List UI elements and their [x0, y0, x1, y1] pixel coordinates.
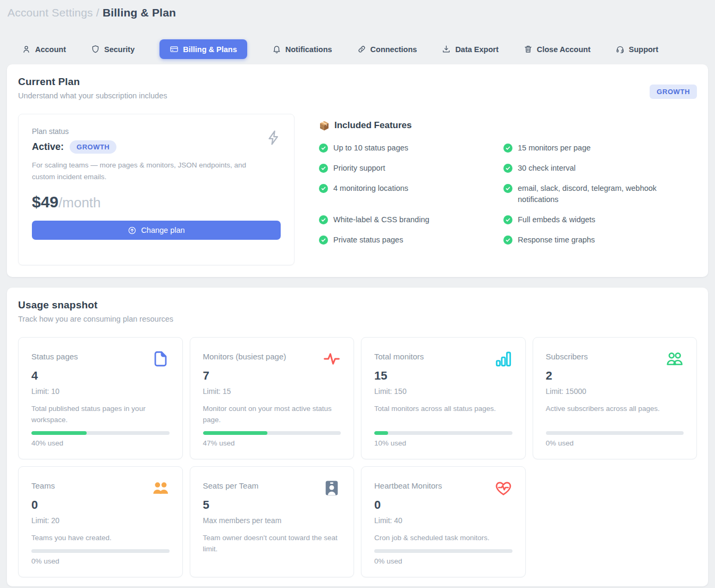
usage-card-header: Heartbeat Monitors: [374, 478, 512, 497]
shield-icon: [91, 45, 100, 54]
check-circle-icon: [503, 236, 512, 245]
users-filled-icon: [152, 479, 170, 497]
usage-card-title: Seats per Team: [203, 478, 259, 490]
download-icon: [442, 45, 451, 54]
usage-card-limit: Limit: 20: [31, 516, 170, 525]
bell-icon: [272, 45, 281, 54]
plan-status-card: Plan status Active: GROWTH For scaling t…: [18, 114, 295, 265]
feature-item: 15 monitors per page: [503, 142, 679, 154]
check-circle-icon: [319, 164, 328, 173]
usage-card-header: Monitors (busiest page): [203, 349, 341, 368]
feature-label: Up to 10 status pages: [333, 142, 408, 154]
feature-label: 30 check interval: [518, 163, 576, 174]
link-icon: [357, 45, 366, 54]
check-circle-icon: [503, 215, 512, 224]
pulse-icon: [323, 350, 341, 368]
usage-card: Status pages4Limit: 10Total published st…: [18, 337, 183, 459]
check-circle-icon: [319, 236, 328, 245]
tab-account[interactable]: Account: [22, 45, 66, 54]
check-circle-icon: [319, 215, 328, 224]
feature-item: Private status pages: [319, 234, 503, 246]
plan-price-period: /month: [58, 195, 101, 211]
usage-card: Subscribers2Limit: 15000Active subscribe…: [533, 337, 697, 459]
progress-fill: [31, 431, 87, 435]
tab-label: Account: [35, 45, 66, 54]
plan-badge: GROWTH: [650, 85, 697, 99]
usage-card-description: Active subscribers across all pages.: [546, 404, 684, 426]
usage-card-title: Status pages: [31, 349, 78, 361]
feature-label: Private status pages: [333, 234, 403, 246]
usage-card-percent: 0% used: [31, 557, 170, 565]
usage-snapshot-panel: Usage snapshot Track how you are consumi…: [7, 288, 708, 586]
user-icon: [22, 45, 31, 54]
progress-track: [203, 431, 341, 435]
usage-card-value: 0: [374, 498, 512, 512]
plan-status-label: Plan status: [32, 127, 281, 136]
users-outline-icon: [666, 350, 684, 368]
progress-track: [546, 431, 684, 435]
tab-label: Security: [104, 45, 134, 54]
heart-pulse-icon: [494, 479, 512, 497]
usage-card-limit: Limit: 15: [203, 387, 341, 396]
tab-label: Support: [629, 45, 659, 54]
tab-support[interactable]: Support: [616, 45, 659, 54]
usage-grid: Status pages4Limit: 10Total published st…: [18, 337, 697, 577]
usage-card-limit: Limit: 150: [374, 387, 512, 396]
usage-card: Total monitors15Limit: 150Total monitors…: [361, 337, 526, 459]
feature-label: email, slack, discord, telegram, webhook…: [518, 183, 665, 206]
usage-card-value: 0: [31, 498, 170, 512]
usage-card-percent: 40% used: [31, 439, 170, 447]
usage-card-description: Monitor count on your most active status…: [203, 404, 341, 426]
tab-data-export[interactable]: Data Export: [442, 45, 498, 54]
breadcrumb: Account Settings / Billing & Plan: [0, 0, 715, 19]
usage-card-title: Total monitors: [374, 349, 424, 361]
headset-icon: [616, 45, 625, 54]
current-plan-subtitle: Understand what your subscription includ…: [18, 91, 697, 100]
tab-notifications[interactable]: Notifications: [272, 45, 332, 54]
plan-columns: Plan status Active: GROWTH For scaling t…: [18, 114, 697, 265]
usage-card-title: Monitors (busiest page): [203, 349, 287, 361]
included-features-header: 📦 Included Features: [319, 120, 679, 131]
tab-label: Close Account: [537, 45, 591, 54]
usage-card-title: Heartbeat Monitors: [374, 478, 442, 490]
progress-fill: [374, 431, 388, 435]
usage-card-limit: Limit: 15000: [546, 387, 684, 396]
plan-status-badge: GROWTH: [70, 140, 116, 154]
included-features-title: Included Features: [334, 120, 411, 131]
tab-security[interactable]: Security: [91, 45, 134, 54]
feature-label: 15 monitors per page: [518, 142, 591, 154]
progress-track: [31, 431, 170, 435]
lightning-icon: [265, 127, 282, 148]
progress-track: [374, 431, 512, 435]
tab-close-account[interactable]: Close Account: [524, 45, 591, 54]
plan-status-row: Active: GROWTH: [32, 140, 281, 154]
usage-card-description: Total published status pages in your wor…: [31, 404, 170, 426]
feature-item: White-label & CSS branding: [319, 214, 503, 226]
usage-card-description: Cron job & scheduled task monitors.: [374, 533, 512, 544]
tab-label: Notifications: [285, 45, 332, 54]
feature-label: Full embeds & widgets: [518, 214, 595, 226]
progress-track: [31, 549, 170, 553]
usage-card-limit: Limit: 10: [31, 387, 170, 396]
feature-label: White-label & CSS branding: [333, 214, 430, 226]
feature-label: Response time graphs: [518, 234, 595, 246]
check-circle-icon: [319, 144, 328, 153]
usage-card-limit: Max members per team: [203, 516, 341, 525]
usage-card-description: Team owner doesn't count toward the seat…: [203, 533, 341, 565]
usage-card-description: Total monitors across all status pages.: [374, 404, 512, 426]
feature-item: Response time graphs: [503, 234, 679, 246]
change-plan-label: Change plan: [141, 226, 184, 234]
tab-bar: AccountSecurityBilling & PlansNotificati…: [22, 39, 715, 59]
usage-card-header: Status pages: [31, 349, 170, 368]
feature-item: email, slack, discord, telegram, webhook…: [503, 183, 679, 206]
tab-connections[interactable]: Connections: [357, 45, 417, 54]
progress-track: [374, 549, 512, 553]
feature-item: Up to 10 status pages: [319, 142, 503, 154]
feature-item: Full embeds & widgets: [503, 214, 679, 226]
file-icon: [152, 350, 170, 368]
usage-card: Seats per Team5Max members per teamTeam …: [190, 466, 355, 577]
usage-card: Heartbeat Monitors0Limit: 40Cron job & s…: [361, 466, 526, 577]
tab-billing-plans[interactable]: Billing & Plans: [159, 39, 247, 59]
credit-card-icon: [170, 45, 179, 54]
change-plan-button[interactable]: Change plan: [32, 221, 281, 240]
